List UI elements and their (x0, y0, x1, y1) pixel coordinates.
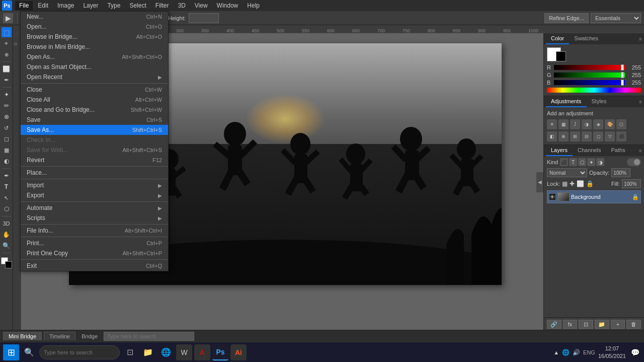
menu-edit[interactable]: Edit (34, 1, 52, 10)
tool-shape[interactable]: ⬡ (2, 204, 12, 214)
adj-brightness-icon[interactable]: ☀ (547, 119, 557, 129)
color-panel-menu-icon[interactable]: ≡ (639, 36, 642, 42)
taskbar-icon-edge[interactable]: 🌐 (158, 344, 174, 360)
tool-lasso[interactable]: ⌖ (2, 38, 12, 48)
menu-item-close[interactable]: Close Ctrl+W (21, 85, 168, 95)
taskbar-show-hidden-icons[interactable]: ▲ (553, 349, 559, 355)
layers-panel-menu-icon[interactable]: ≡ (639, 148, 642, 154)
menu-item-open-as[interactable]: Open As... Alt+Shift+Ctrl+O (21, 52, 168, 62)
channel-b-slider[interactable] (621, 80, 624, 86)
menu-item-print[interactable]: Print... Ctrl+P (21, 238, 168, 248)
tool-quick-select[interactable]: ⊕ (2, 49, 12, 59)
taskbar-search-icon[interactable]: 🔍 (21, 344, 37, 360)
tool-clone[interactable]: ⊗ (2, 112, 12, 122)
menu-3d[interactable]: 3D (174, 1, 189, 10)
start-button[interactable]: ⊞ (3, 344, 19, 360)
adj-threshold-icon[interactable]: ⬛ (616, 131, 626, 141)
tab-timeline[interactable]: Timeline (44, 332, 75, 340)
layer-group-btn[interactable]: 📁 (595, 320, 609, 329)
layer-fx-btn[interactable]: fx (563, 320, 578, 329)
layer-item-background[interactable]: 👁 Background 🔒 (547, 190, 641, 203)
taskbar-network-icon[interactable]: 🌐 (562, 349, 570, 356)
tab-adjustments[interactable]: Adjustments (546, 96, 587, 107)
menu-item-close-all[interactable]: Close All Alt+Ctrl+W (21, 95, 168, 105)
menu-help[interactable]: Help (243, 1, 264, 10)
menu-image[interactable]: Image (53, 1, 78, 10)
bg-swatch[interactable] (556, 51, 566, 61)
menu-item-open[interactable]: Open... Ctrl+O (21, 22, 168, 32)
adj-color-lookup-icon[interactable]: ⊟ (582, 131, 592, 141)
tool-marquee[interactable]: ⬚ (2, 27, 12, 37)
menu-item-open-recent[interactable]: Open Recent ▶ (21, 72, 168, 82)
tool-history-brush[interactable]: ↺ (2, 123, 12, 133)
channel-g-bar[interactable] (554, 73, 625, 78)
menu-file[interactable]: File (15, 1, 33, 10)
lock-all-icon[interactable]: 🔒 (586, 180, 594, 187)
menu-item-scripts[interactable]: Scripts ▶ (21, 213, 168, 223)
adj-color-balance-icon[interactable]: ⬡ (616, 119, 626, 129)
filter-smart-icon[interactable]: ✦ (587, 158, 595, 166)
adj-hue-sat-icon[interactable]: 🎨 (605, 119, 615, 129)
menu-item-file-info[interactable]: File Info... Alt+Shift+Ctrl+I (21, 226, 168, 236)
filter-pixel-icon[interactable]: ⬛ (560, 158, 568, 166)
adj-curves-icon[interactable]: ⤴ (570, 119, 580, 129)
tool-hand[interactable]: ✋ (2, 230, 12, 240)
menu-item-browse-mini-bridge[interactable]: Browse in Mini Bridge... (21, 42, 168, 52)
filter-shape-icon[interactable]: ⬡ (578, 158, 586, 166)
adj-channel-mixer-icon[interactable]: ⊞ (570, 131, 580, 141)
tool-pen[interactable]: ✒ (2, 171, 12, 181)
menu-item-place[interactable]: Place... (21, 168, 168, 178)
adj-levels-icon[interactable]: ▦ (558, 119, 569, 129)
taskbar-notification-icon[interactable]: 💬 (629, 346, 641, 358)
tool-brush[interactable]: ✏ (2, 101, 12, 111)
layer-mode-select[interactable]: Normal (547, 168, 587, 177)
taskbar-search-input[interactable] (39, 345, 120, 359)
tool-healing[interactable]: ✦ (2, 90, 12, 100)
tool-gradient[interactable]: ▦ (2, 145, 12, 155)
height-input[interactable] (189, 13, 219, 23)
adj-posterize-icon[interactable]: ▽ (605, 131, 615, 141)
bridge-search-input[interactable] (104, 332, 194, 341)
menu-item-exit[interactable]: Exit Ctrl+Q (21, 261, 168, 271)
filter-type-icon[interactable]: T (569, 158, 577, 166)
tool-dodge[interactable]: ◐ (2, 156, 12, 166)
tab-layers[interactable]: Layers (546, 145, 573, 156)
tab-mini-bridge[interactable]: Mini Bridge (3, 332, 42, 340)
adj-photo-filter-icon[interactable]: ⊕ (558, 131, 569, 141)
filter-adj-icon[interactable]: ◑ (596, 158, 604, 166)
layer-visibility-icon[interactable]: 👁 (549, 193, 556, 200)
adj-panel-menu-icon[interactable]: ≡ (639, 99, 642, 105)
taskbar-icon-acrobat[interactable]: A (194, 344, 210, 360)
menu-item-close-bridge[interactable]: Close and Go to Bridge... Shift+Ctrl+W (21, 105, 168, 115)
taskbar-task-view[interactable]: ⊡ (122, 344, 138, 360)
layer-delete-btn[interactable]: 🗑 (626, 320, 641, 329)
workspace-select[interactable]: Essentials (591, 13, 641, 23)
tool-zoom[interactable]: 🔍 (2, 241, 12, 251)
menu-item-export[interactable]: Export ▶ (21, 190, 168, 200)
layer-filter-toggle[interactable] (627, 158, 641, 166)
menu-item-automate[interactable]: Automate ▶ (21, 203, 168, 213)
lock-move-icon[interactable]: ✚ (570, 180, 575, 187)
tool-3d[interactable]: 3D (2, 219, 12, 229)
tab-channels[interactable]: Channels (573, 145, 606, 156)
menu-item-new[interactable]: New... Ctrl+N (21, 12, 168, 22)
tool-text[interactable]: T (2, 182, 12, 192)
adj-exposure-icon[interactable]: ◑ (582, 119, 592, 129)
refine-edge-button[interactable]: Refine Edge... (544, 13, 589, 23)
fill-input[interactable] (622, 179, 641, 188)
taskbar-icon-ai[interactable]: Ai (230, 344, 247, 360)
tool-eraser[interactable]: ◻ (2, 134, 12, 144)
menu-item-save-as[interactable]: Save As... Shift+Ctrl+S (21, 125, 168, 135)
menu-item-open-smart[interactable]: Open as Smart Object... (21, 62, 168, 72)
taskbar-clock[interactable]: 12:07 16/05/2021 (598, 345, 626, 359)
lock-artboard-icon[interactable]: ⬜ (577, 180, 584, 187)
tab-paths[interactable]: Paths (606, 145, 630, 156)
taskbar-icon-files[interactable]: 📁 (140, 344, 156, 360)
menu-window[interactable]: Window (213, 1, 243, 10)
taskbar-icon-word[interactable]: W (176, 344, 192, 360)
taskbar-icon-photoshop[interactable]: Ps (212, 344, 228, 360)
opacity-input[interactable] (611, 168, 630, 177)
tool-selector[interactable]: ▶ (3, 13, 13, 23)
menu-item-browse-bridge[interactable]: Browse in Bridge... Alt+Ctrl+O (21, 32, 168, 42)
menu-filter[interactable]: Filter (151, 1, 173, 10)
